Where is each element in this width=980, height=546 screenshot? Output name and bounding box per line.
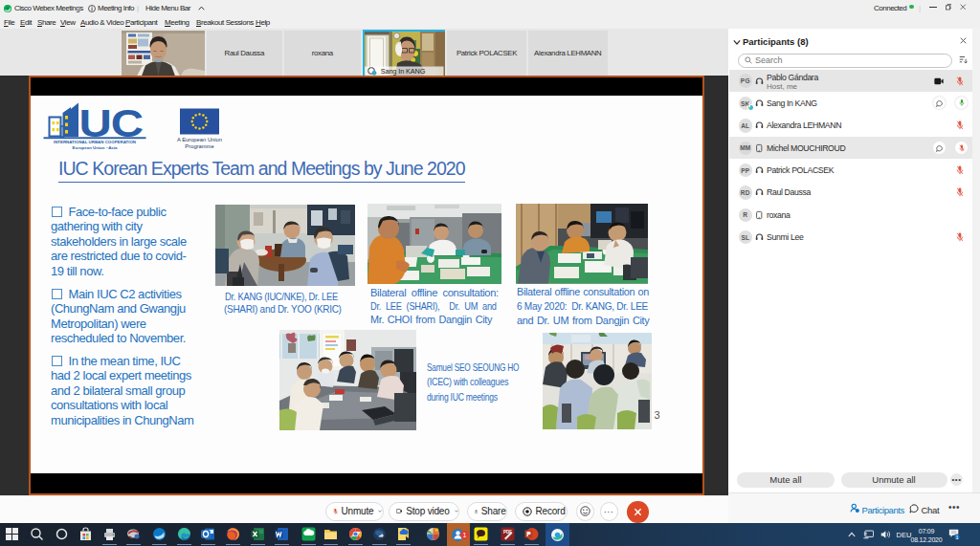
svg-text:Sang In KANG: Sang In KANG <box>380 66 425 75</box>
svg-text:Programme: Programme <box>185 143 213 149</box>
svg-text:European Union –Asia: European Union –Asia <box>72 145 117 150</box>
svg-text:1: 1 <box>955 535 958 540</box>
svg-text:INTERNATIONAL URBAN COOPERATIO: INTERNATIONAL URBAN COOPERATION <box>53 140 135 144</box>
svg-text:A European Union: A European Union <box>176 137 221 142</box>
